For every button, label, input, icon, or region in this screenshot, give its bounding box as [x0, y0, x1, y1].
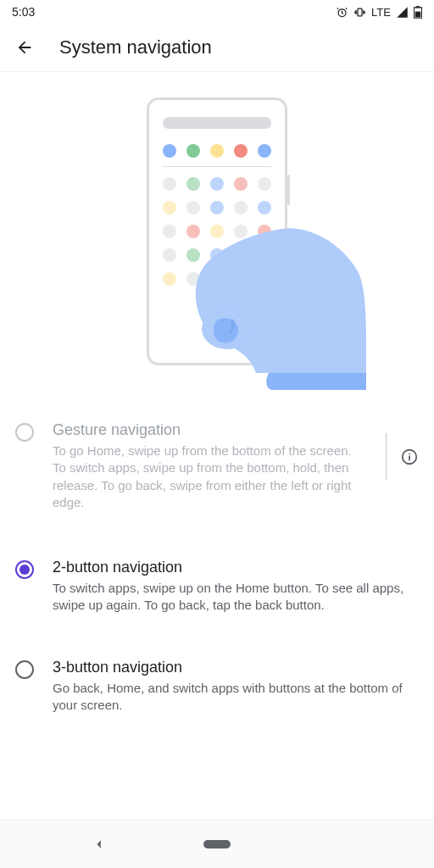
app-bar: System navigation — [0, 24, 434, 71]
signal-icon — [396, 6, 409, 19]
options-list: Gesture navigation To go Home, swipe up … — [0, 411, 434, 729]
status-time: 5:03 — [12, 5, 35, 19]
back-button[interactable] — [15, 38, 34, 57]
option-desc: To go Home, swipe up from the bottom of … — [53, 442, 360, 511]
status-bar: 5:03 LTE — [0, 0, 434, 24]
status-icons: LTE — [336, 6, 422, 19]
hand-icon — [146, 220, 366, 390]
radio-gesture[interactable] — [15, 423, 34, 442]
nav-back-button[interactable] — [93, 838, 105, 850]
nav-home-button[interactable] — [203, 840, 231, 849]
option-title: Gesture navigation — [53, 421, 360, 439]
battery-icon — [414, 6, 422, 19]
system-navbar — [0, 821, 434, 868]
svg-rect-1 — [358, 8, 362, 16]
page-title: System navigation — [59, 36, 212, 58]
alarm-icon — [336, 6, 348, 19]
option-title: 2-button navigation — [53, 559, 419, 576]
illustration — [0, 72, 434, 365]
option-2-button-navigation[interactable]: 2-button navigation To switch apps, swip… — [0, 548, 434, 630]
option-3-button-navigation[interactable]: 3-button navigation Go back, Home, and s… — [0, 648, 434, 730]
option-gesture-navigation[interactable]: Gesture navigation To go Home, swipe up … — [0, 411, 434, 526]
radio-3button[interactable] — [15, 660, 34, 679]
radio-2button[interactable] — [15, 560, 34, 579]
vibrate-icon — [353, 6, 366, 19]
option-desc: Go back, Home, and switch apps with butt… — [53, 680, 419, 715]
option-title: 3-button navigation — [53, 659, 419, 676]
separator — [386, 433, 387, 481]
svg-rect-4 — [415, 11, 421, 17]
phone-illustration — [147, 97, 287, 365]
option-desc: To switch apps, swipe up on the Home but… — [53, 580, 419, 615]
info-icon[interactable] — [400, 448, 419, 466]
network-label: LTE — [371, 6, 391, 19]
